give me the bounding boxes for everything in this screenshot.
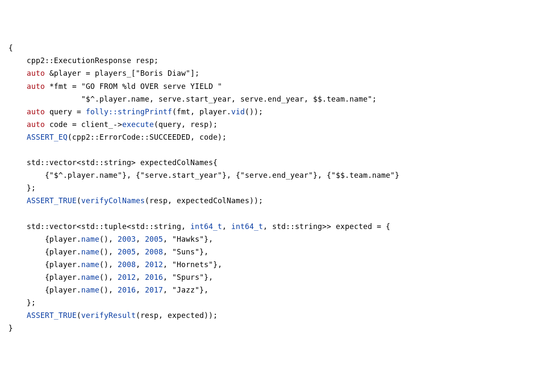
code-block: { cpp2::ExecutionResponse resp; auto &pl… xyxy=(8,41,545,334)
